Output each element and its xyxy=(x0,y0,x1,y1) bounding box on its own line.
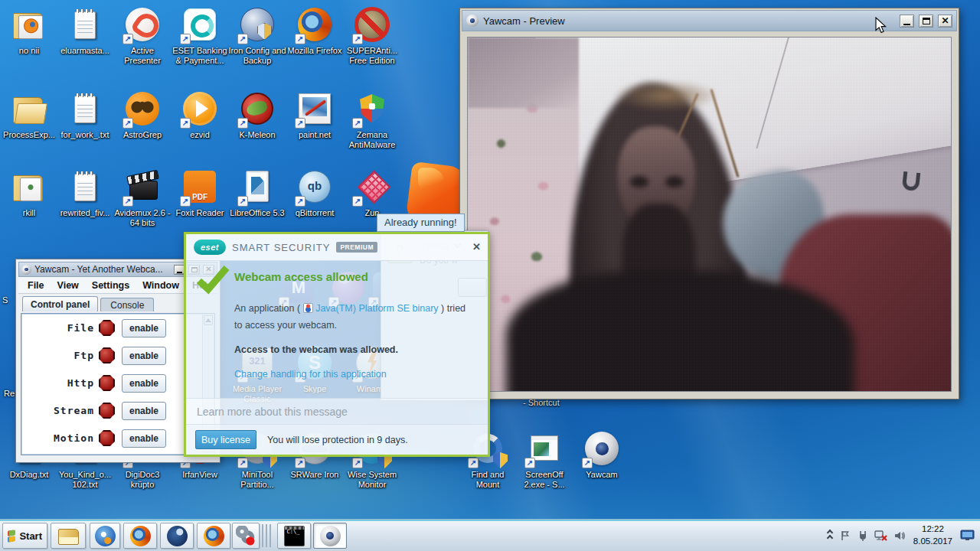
desktop-icon-label: DxDiag.txt xyxy=(10,470,49,480)
desktop-icon-label: qBittorrent xyxy=(296,208,335,218)
desktop-icon-for-work-txt[interactable]: for_work_.txt xyxy=(56,90,114,140)
desktop-icon-rkill[interactable]: rkill xyxy=(0,168,58,218)
preview-title: Yawcam - Preview xyxy=(483,15,565,27)
taskbar-button-cmd[interactable] xyxy=(277,523,311,549)
desktop-icon-label: IrfanView xyxy=(182,470,217,480)
desktop-icon-screenoff-2-exe-s[interactable]: ↗ ScreenOff 2.exe - S... xyxy=(515,430,573,490)
shortcut-arrow-icon: ↗ xyxy=(295,196,305,207)
desktop-icon-astrogrep[interactable]: ↗ AstroGrep xyxy=(113,90,172,140)
desktop-icon-eset-banking-payment[interactable]: ↗ ESET Banking & Payment... xyxy=(171,6,229,66)
desktop-icon-label: Avidemux 2.6 - 64 bits xyxy=(113,208,172,228)
menu-file[interactable]: File xyxy=(28,280,44,291)
desktop-icon-superanti-free-edition[interactable]: ↗ SUPERAnti... Free Edition xyxy=(343,6,401,66)
cmd-icon xyxy=(284,526,305,546)
webcam-preview-image xyxy=(468,37,951,391)
desktop-icon-paint-net[interactable]: ↗ paint.net xyxy=(286,90,344,140)
desktop-icon-qbittorrent[interactable]: ↗ qBittorrent xyxy=(286,168,344,218)
taskbar-separator xyxy=(262,524,271,547)
stopped-status-icon xyxy=(99,347,115,364)
desktop-icon-label: Zemana AntiMalware xyxy=(343,130,401,150)
enable-motion-button[interactable]: enable xyxy=(122,429,166,448)
shortcut-arrow-icon: ↗ xyxy=(295,118,305,129)
application-link[interactable]: Java(TM) Platform SE binary xyxy=(315,303,438,314)
desktop-icon-processexp[interactable]: ProcessExp... xyxy=(0,90,58,140)
desktop-icon-orange-blob[interactable] xyxy=(398,165,456,201)
premium-badge: PREMIUM xyxy=(336,242,377,253)
taskbar-button-explorer[interactable] xyxy=(51,523,86,549)
desktop-icon-label: Active Presenter xyxy=(113,46,172,66)
change-handling-link[interactable]: Change handling for this application xyxy=(234,369,387,380)
desktop-icon-label: MiniTool Partitio... xyxy=(228,470,286,490)
desktop-icon-label: AstroGrep xyxy=(123,130,162,140)
tab-control-panel[interactable]: Control panel xyxy=(22,296,98,311)
minimize-button[interactable] xyxy=(900,15,914,28)
desktop-icon-eluarmasta[interactable]: eluarmasta... xyxy=(56,6,114,56)
explorer-icon xyxy=(58,529,79,545)
desktop-icon-avidemux-2-6-64-bits[interactable]: ↗ Avidemux 2.6 - 64 bits xyxy=(113,168,172,228)
taskbar-button-wmp[interactable] xyxy=(90,523,120,549)
taskbar-button-firefox[interactable] xyxy=(197,523,230,549)
desktop-icon-label: ScreenOff 2.exe - S... xyxy=(515,470,573,490)
preview-titlebar[interactable]: Yawcam - Preview ✕ xyxy=(462,10,957,31)
textfile-icon xyxy=(67,6,103,43)
hidden-icon-label-fragment: Re xyxy=(4,389,15,398)
desktop-icon-foxit-reader[interactable]: ↗ Foxit Reader xyxy=(171,168,229,218)
wmp-icon xyxy=(95,526,116,546)
menu-settings[interactable]: Settings xyxy=(92,280,129,291)
taskbar-button-seamonkey[interactable] xyxy=(160,523,194,549)
learn-more-link[interactable]: Learn more about this message xyxy=(197,406,348,418)
enable-file-button[interactable]: enable xyxy=(122,319,166,337)
desktop-icon-no-nii[interactable]: no nii xyxy=(0,6,58,56)
desktop-icon-k-meleon[interactable]: ↗ K-Meleon xyxy=(228,90,286,140)
tab-console[interactable]: Console xyxy=(100,298,154,311)
desktop-icon-ezvid[interactable]: ↗ ezvid xyxy=(171,90,229,140)
taskbar-button-yawcam[interactable] xyxy=(313,523,347,549)
shortcut-arrow-icon: ↗ xyxy=(237,118,248,129)
desktop-icon-label: Yawcam xyxy=(586,470,617,480)
shortcut-arrow-icon: ↗ xyxy=(180,118,191,129)
row-label: Ftp xyxy=(21,350,94,361)
close-icon[interactable]: ✕ xyxy=(472,241,481,253)
eset-logo: eset xyxy=(194,240,226,255)
desktop-icon-label: Mozilla Firefox xyxy=(288,46,342,56)
desktop-icon-iron-config-and-backup[interactable]: ↗ Iron Config and Backup xyxy=(228,6,286,66)
volume-icon[interactable] xyxy=(893,530,906,542)
taskbar-button-webcamrec[interactable] xyxy=(232,523,260,549)
tray-chevron-icon[interactable] xyxy=(828,530,832,540)
power-plug-icon[interactable] xyxy=(857,530,869,542)
taskbar: Start xyxy=(0,519,980,551)
buy-license-button[interactable]: Buy license xyxy=(195,430,256,449)
desktop-icon-mozilla-firefox[interactable]: ↗ Mozilla Firefox xyxy=(286,6,344,56)
desktop-icon-zemana-antimalware[interactable]: ↗ Zemana AntiMalware xyxy=(343,90,401,150)
shortcut-arrow-icon: ↗ xyxy=(352,34,363,44)
network-disconnected-icon[interactable] xyxy=(874,530,888,542)
desktop-icon-label: eluarmasta... xyxy=(60,46,109,56)
eset-body-text: An application ( Java(TM) Platform SE bi… xyxy=(234,300,483,334)
minimize-icon xyxy=(177,272,182,273)
enable-ftp-button[interactable]: enable xyxy=(122,347,166,365)
desktop-icon-zun[interactable]: ↗ Zun xyxy=(343,168,401,218)
firefox-icon xyxy=(130,526,151,546)
desktop-icon-libreoffice-5-3[interactable]: ↗ LibreOffice 5.3 xyxy=(228,168,286,218)
action-center-flag-icon[interactable] xyxy=(839,530,851,542)
menu-view[interactable]: View xyxy=(57,280,79,291)
shortcut-arrow-icon: ↗ xyxy=(468,458,479,468)
eset-allowed-text: Access to the webcam was allowed. xyxy=(234,344,398,355)
desktop-icon-label: Foxit Reader xyxy=(176,208,224,218)
close-button[interactable]: ✕ xyxy=(938,15,952,28)
eset-product-name: SMART SECURITY xyxy=(232,242,330,253)
enable-stream-button[interactable]: enable xyxy=(122,402,166,420)
maximize-button[interactable] xyxy=(919,15,933,28)
desktop: no nii eluarmasta... ↗ Active Presenter … xyxy=(0,0,980,551)
shortcut-arrow-icon: ↗ xyxy=(237,458,248,468)
desktop-icon-active-presenter[interactable]: ↗ Active Presenter xyxy=(113,6,172,66)
enable-http-button[interactable]: enable xyxy=(122,374,166,393)
taskbar-button-firefox[interactable] xyxy=(123,523,157,549)
desktop-icon-rewrited-fiv[interactable]: rewrited_fiv... xyxy=(56,168,114,218)
desktop-icon-yawcam[interactable]: ↗ Yawcam xyxy=(573,430,631,480)
tray-clock[interactable]: 12:22 8.05.2017 xyxy=(913,523,952,547)
display-tray-icon[interactable] xyxy=(960,530,975,542)
desktop-icon-label: K-Meleon xyxy=(239,130,275,140)
folder-icon xyxy=(11,90,47,127)
menu-window[interactable]: Window xyxy=(142,280,179,291)
